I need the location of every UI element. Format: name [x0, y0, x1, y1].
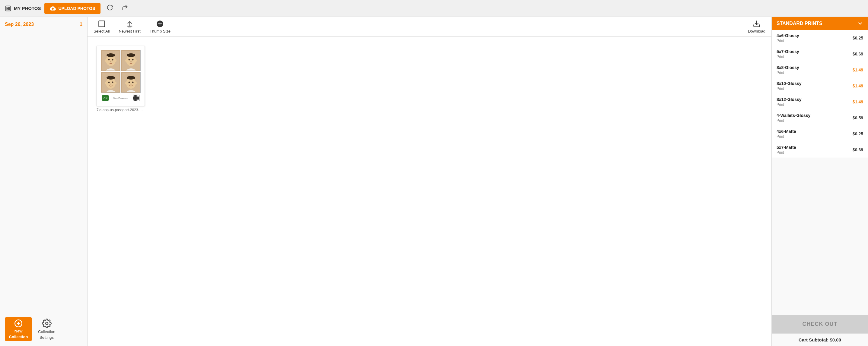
prints-list: 4x6-Glossy Print $0.25 5x7-Glossy Print … [772, 30, 868, 315]
collection-settings-line2: Settings [39, 335, 54, 340]
print-item[interactable]: 4x6-Glossy Print $0.25 [772, 30, 868, 46]
select-all-button[interactable]: Select All [94, 20, 110, 33]
print-type: Print [777, 150, 796, 154]
newest-first-button[interactable]: Newest First [119, 20, 140, 33]
passport-photo-1 [101, 50, 120, 71]
print-item[interactable]: 4x6-Matte Print $0.25 [772, 126, 868, 142]
thumb-size-icon [156, 20, 164, 28]
print-type: Print [777, 39, 799, 43]
svg-point-47 [128, 81, 130, 83]
print-name: 5x7-Glossy [777, 49, 799, 54]
svg-point-29 [128, 59, 130, 60]
newest-first-label: Newest First [119, 29, 140, 33]
checkout-section: CHECK OUT [772, 315, 868, 333]
svg-point-34 [135, 59, 137, 62]
print-item[interactable]: 5x7-Matte Print $0.69 [772, 142, 868, 158]
passport-sheet: 7ID https://7idapp.com [100, 49, 142, 103]
photo-image: 7ID https://7idapp.com [97, 46, 145, 106]
print-item[interactable]: 4-Wallets-Glossy Print $0.59 [772, 110, 868, 126]
svg-rect-4 [8, 8, 10, 10]
print-price: $0.69 [852, 51, 863, 56]
print-type: Print [777, 55, 799, 59]
svg-rect-12 [128, 27, 131, 27]
print-type: Print [777, 71, 799, 75]
svg-point-42 [105, 82, 107, 84]
print-price: $0.59 [852, 115, 863, 120]
svg-point-32 [127, 53, 135, 57]
select-all-label: Select All [94, 29, 110, 33]
svg-point-31 [130, 61, 132, 62]
upload-photos-button[interactable]: UPLOAD PHOTOS [44, 3, 100, 14]
svg-rect-9 [99, 21, 105, 27]
toolbar: Select All Newest First Thumb Size [88, 17, 771, 37]
print-item[interactable]: 8x8-Glossy Print $1.49 [772, 62, 868, 78]
cloud-upload-icon [50, 5, 56, 11]
svg-point-24 [105, 59, 107, 62]
svg-rect-2 [8, 7, 10, 8]
prints-header[interactable]: STANDARD PRINTS [772, 17, 868, 30]
svg-point-33 [125, 59, 127, 62]
main-layout: Sep 26, 2023 1 New Collection Collection [0, 17, 868, 346]
share-button[interactable] [119, 3, 131, 14]
print-name: 4-Wallets-Glossy [777, 113, 810, 118]
svg-point-25 [115, 59, 117, 62]
print-type: Print [777, 102, 802, 107]
print-item[interactable]: 8x10-Glossy Print $1.49 [772, 78, 868, 94]
refresh-icon [106, 4, 113, 11]
passport-photo-3 [101, 72, 120, 93]
print-price: $0.69 [852, 147, 863, 152]
thumb-size-label: Thumb Size [150, 29, 170, 33]
photo-label: 7id-app-us-passport-2023-09... [97, 108, 145, 112]
thumb-size-button[interactable]: Thumb Size [150, 20, 170, 33]
svg-point-40 [110, 83, 112, 84]
print-info: 5x7-Matte Print [777, 145, 796, 154]
my-photos-button[interactable]: MY PHOTOS [5, 5, 41, 12]
collection-settings-line1: Collection [38, 330, 55, 334]
svg-rect-11 [127, 26, 132, 27]
download-icon [753, 20, 761, 28]
print-info: 8x10-Glossy Print [777, 81, 802, 91]
svg-point-30 [132, 59, 133, 60]
print-price: $1.49 [852, 100, 863, 104]
passport-photo-2 [121, 50, 141, 71]
print-item[interactable]: 5x7-Glossy Print $0.69 [772, 46, 868, 62]
new-collection-button[interactable]: New Collection [5, 317, 32, 341]
content-area: Select All Newest First Thumb Size [88, 17, 771, 346]
svg-point-43 [115, 82, 117, 84]
svg-point-52 [135, 82, 137, 84]
right-sidebar: STANDARD PRINTS 4x6-Glossy Print $0.25 5… [771, 17, 868, 346]
svg-rect-3 [7, 8, 8, 10]
home-icon [5, 5, 11, 12]
gear-icon [42, 319, 52, 328]
date-section: Sep 26, 2023 1 [0, 17, 87, 32]
photo-thumb[interactable]: 7ID https://7idapp.com 7id-app-us-passpo… [97, 46, 145, 112]
chevron-down-icon [857, 21, 863, 27]
collection-settings-button[interactable]: Collection Settings [38, 319, 55, 340]
plus-circle-icon [14, 319, 23, 327]
checkout-button[interactable]: CHECK OUT [772, 315, 868, 333]
print-name: 5x7-Matte [777, 145, 796, 150]
print-price: $0.25 [852, 131, 863, 136]
svg-rect-15 [158, 24, 162, 24]
print-item[interactable]: 8x12-Glossy Print $1.49 [772, 94, 868, 110]
my-photos-label: MY PHOTOS [14, 6, 41, 11]
refresh-button[interactable] [104, 3, 116, 14]
print-price: $1.49 [852, 68, 863, 72]
left-sidebar: Sep 26, 2023 1 New Collection Collection [0, 17, 88, 346]
svg-point-48 [132, 81, 133, 83]
svg-point-49 [130, 83, 132, 84]
print-type: Print [777, 134, 796, 139]
print-name: 4x6-Matte [777, 129, 796, 134]
prints-header-label: STANDARD PRINTS [777, 21, 823, 26]
svg-point-20 [108, 59, 110, 60]
svg-point-21 [112, 59, 113, 60]
select-all-icon [98, 20, 105, 28]
print-info: 4x6-Glossy Print [777, 33, 799, 43]
print-name: 8x10-Glossy [777, 81, 802, 86]
svg-point-51 [125, 82, 127, 84]
passport-logo: 7ID [102, 95, 108, 101]
svg-point-41 [106, 76, 115, 79]
svg-point-8 [45, 322, 48, 324]
download-button[interactable]: Download [748, 20, 765, 33]
print-info: 8x12-Glossy Print [777, 97, 802, 107]
